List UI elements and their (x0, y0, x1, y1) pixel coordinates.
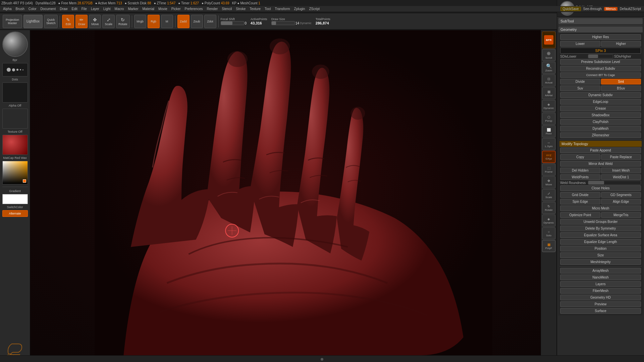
dots-preview[interactable] (2, 63, 28, 76)
unweld-groups-button[interactable]: Unweld Groups Border (560, 219, 641, 225)
higher-button[interactable]: Higher (601, 41, 641, 47)
divide-button[interactable]: Divide (560, 79, 600, 84)
optimize-point-button[interactable]: Optimize Point (560, 212, 600, 218)
color-picker[interactable] (2, 161, 28, 184)
gd-segments-button[interactable]: GD Segments (601, 192, 641, 198)
scale-button[interactable]: ⤢ Scale (102, 15, 115, 28)
suv-button[interactable]: Suv (560, 85, 600, 91)
rotate-view-button[interactable]: ↻ Rotate (542, 202, 555, 214)
actual-button[interactable]: ⊡ Actual (542, 74, 555, 86)
subtool-header[interactable]: SubTool (558, 18, 643, 24)
mirror-weld-button[interactable]: Mirror And Weld (560, 161, 641, 167)
lightbox-button[interactable]: LightBox (23, 15, 43, 28)
menu-zplugin[interactable]: Zplugin (292, 7, 307, 11)
dynamic3-button[interactable]: ◈ Dynamic (542, 215, 555, 227)
copy-button[interactable]: Copy (560, 154, 600, 160)
aahal-button[interactable]: ▦ AAHal (542, 87, 555, 99)
menu-stroke[interactable]: Stroke (234, 7, 247, 11)
menu-texture[interactable]: Texture (248, 7, 262, 11)
shadowbox-button[interactable]: ShadowBox (560, 112, 641, 118)
menu-material[interactable]: Material (141, 7, 156, 11)
menu-transform[interactable]: Transform (273, 7, 291, 11)
see-through-btn[interactable]: See-through (582, 7, 603, 11)
geometry-hd-button[interactable]: Geometry HD (560, 295, 641, 300)
menu-color[interactable]: Color (27, 7, 38, 11)
bpr-render-button[interactable]: BPR (542, 32, 555, 48)
menu-marker[interactable]: Marker (126, 7, 140, 11)
preview-button[interactable]: Preview (560, 301, 641, 307)
higher-res-button[interactable]: Higher Res (560, 34, 641, 40)
arraymesh-button[interactable]: ArrayMesh (560, 268, 641, 274)
zdot-button[interactable]: Zdot (204, 15, 216, 28)
layers-button[interactable]: Layers (560, 281, 641, 287)
persp-button[interactable]: ⬡ Persp (542, 113, 555, 125)
modify-topology-header[interactable]: Modify Topology (559, 141, 642, 147)
menu-macro[interactable]: Macro (113, 7, 126, 11)
mergetris-button[interactable]: MergeTris (601, 212, 641, 218)
weld-roundness-slider[interactable] (588, 181, 641, 185)
menu-brush[interactable]: Brush (14, 7, 26, 11)
fibermesh-button[interactable]: FiberMesh (560, 288, 641, 294)
reconstruct-subdiv-button[interactable]: Reconstruct Subdiv (560, 66, 641, 71)
welddist-button[interactable]: WeldDist 1 (601, 174, 641, 180)
dynamic-subdiv-button[interactable]: Dynamic Subdiv (560, 92, 641, 98)
edgeloop-button[interactable]: EdgeLoop (560, 99, 641, 105)
claypolish-button[interactable]: ClayPolish (560, 119, 641, 125)
del-hidden-button[interactable]: Del Hidden (560, 168, 600, 173)
bsuv-button[interactable]: BSuv (601, 85, 641, 91)
size-button[interactable]: Size (560, 252, 641, 258)
alpha-preview[interactable] (2, 82, 28, 103)
position-button[interactable]: Position (560, 246, 641, 251)
menu-picker[interactable]: Picker (170, 7, 182, 11)
align-edge-button[interactable]: Align Edge (601, 199, 641, 204)
rgb-button[interactable]: Rgb (148, 15, 160, 28)
meshintegrity-button[interactable]: MeshIntegrity (560, 259, 641, 265)
brush-preview[interactable] (2, 32, 28, 57)
paste-replace-button[interactable]: Paste Replace (601, 154, 641, 160)
edit-button[interactable]: ✎ Edit (62, 15, 74, 28)
delete-symmetry-button[interactable]: Delete By Symmetry (560, 226, 641, 231)
equalize-edge-button[interactable]: Equalize Edge Length (560, 239, 641, 245)
menu-layer[interactable]: Layer (89, 7, 101, 11)
frame-button[interactable]: ⬚ Frame (542, 164, 555, 176)
paste-append-button[interactable]: Paste Append (560, 147, 641, 153)
weldpoints-button[interactable]: WeldPoints (560, 174, 600, 180)
menu-stencil[interactable]: Stencil (220, 7, 233, 11)
menu-draw[interactable]: Draw (58, 7, 69, 11)
menu-light[interactable]: Light (102, 7, 112, 11)
draw-button[interactable]: ✏ Draw (75, 15, 88, 28)
menu-edit[interactable]: Edit (70, 7, 79, 11)
lsym-button[interactable]: ↔ L.Sym (542, 138, 555, 150)
preview-subdiv-button[interactable]: Preview Subdivision Level (560, 59, 641, 65)
focal-shift-slider[interactable] (221, 21, 244, 25)
quick-sketch-button[interactable]: Quick Sketch (44, 15, 58, 28)
micro-mesh-button[interactable]: Micro Mesh (560, 205, 641, 211)
nanomesh-button[interactable]: NanoMesh (560, 275, 641, 280)
alternate-button[interactable]: Alternate (2, 210, 28, 217)
quicksave-btn[interactable]: QuickSave (560, 7, 581, 11)
sdiv-slider[interactable] (588, 54, 613, 58)
default-zscript-btn[interactable]: DefaultZScript (618, 7, 643, 11)
zoom-button[interactable]: 🔍 Zoom (542, 62, 555, 74)
grid-divide-button[interactable]: Grid Divide (560, 192, 600, 198)
insert-mesh-button[interactable]: Insert Mesh (601, 168, 641, 173)
close-holes-button[interactable]: Close Holes (560, 185, 641, 191)
polyf-button[interactable]: ▦ PolyF (542, 240, 555, 252)
connect-button[interactable]: Connect IBT To Cage (560, 72, 641, 78)
mrgb-button[interactable]: Mrgb (134, 15, 146, 28)
zremesher-button[interactable]: ZRemesher (560, 132, 641, 138)
crease-button[interactable]: Crease (560, 106, 641, 111)
spin-edge-button[interactable]: Spin Edge (560, 199, 600, 204)
draw-size-slider[interactable] (271, 21, 295, 25)
geometry-header[interactable]: Geometry (558, 26, 643, 33)
viewport[interactable] (30, 30, 557, 355)
projection-master-button[interactable]: Projection Master (3, 15, 22, 28)
menu-movie[interactable]: Movie (157, 7, 169, 11)
menu-render[interactable]: Render (205, 7, 220, 11)
menu-zscript[interactable]: ZScript (307, 7, 321, 11)
dynamic-view-button[interactable]: ◈ Dynamic (542, 100, 555, 112)
rotate-button[interactable]: ↻ Rotate (116, 15, 130, 28)
gradient-swatch[interactable] (2, 194, 28, 204)
gxyz-button[interactable]: XYZ GXyz (542, 151, 555, 163)
scale-view-button[interactable]: ⤢ Scale (542, 189, 555, 201)
